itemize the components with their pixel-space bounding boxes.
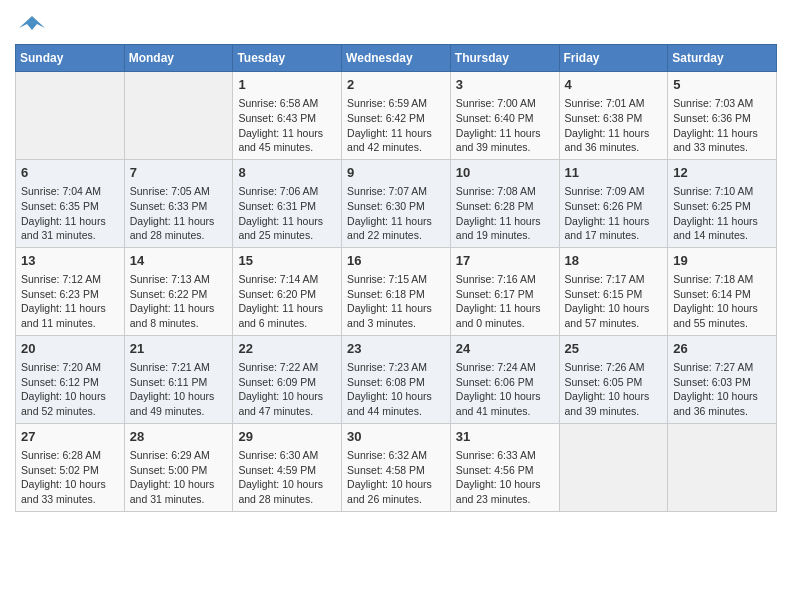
calendar-cell: 20Sunrise: 7:20 AMSunset: 6:12 PMDayligh… [16,335,125,423]
logo-bird-icon [17,14,47,32]
calendar-cell: 12Sunrise: 7:10 AMSunset: 6:25 PMDayligh… [668,159,777,247]
logo [15,14,47,36]
day-info: Sunrise: 7:12 AMSunset: 6:23 PMDaylight:… [21,272,119,331]
week-row-4: 27Sunrise: 6:28 AMSunset: 5:02 PMDayligh… [16,423,777,511]
calendar-cell: 7Sunrise: 7:05 AMSunset: 6:33 PMDaylight… [124,159,233,247]
calendar-cell: 18Sunrise: 7:17 AMSunset: 6:15 PMDayligh… [559,247,668,335]
day-number: 22 [238,340,336,358]
calendar-cell [559,423,668,511]
day-info: Sunrise: 7:24 AMSunset: 6:06 PMDaylight:… [456,360,554,419]
calendar-cell: 26Sunrise: 7:27 AMSunset: 6:03 PMDayligh… [668,335,777,423]
day-info: Sunrise: 7:09 AMSunset: 6:26 PMDaylight:… [565,184,663,243]
day-number: 28 [130,428,228,446]
day-info: Sunrise: 6:28 AMSunset: 5:02 PMDaylight:… [21,448,119,507]
header-row: SundayMondayTuesdayWednesdayThursdayFrid… [16,45,777,72]
day-info: Sunrise: 7:21 AMSunset: 6:11 PMDaylight:… [130,360,228,419]
calendar-table: SundayMondayTuesdayWednesdayThursdayFrid… [15,44,777,512]
day-number: 25 [565,340,663,358]
header [15,10,777,36]
calendar-cell: 14Sunrise: 7:13 AMSunset: 6:22 PMDayligh… [124,247,233,335]
day-info: Sunrise: 7:04 AMSunset: 6:35 PMDaylight:… [21,184,119,243]
calendar-cell: 9Sunrise: 7:07 AMSunset: 6:30 PMDaylight… [342,159,451,247]
calendar-cell: 31Sunrise: 6:33 AMSunset: 4:56 PMDayligh… [450,423,559,511]
calendar-cell: 22Sunrise: 7:22 AMSunset: 6:09 PMDayligh… [233,335,342,423]
day-number: 18 [565,252,663,270]
calendar-cell [124,72,233,160]
day-number: 29 [238,428,336,446]
day-number: 5 [673,76,771,94]
calendar-cell: 28Sunrise: 6:29 AMSunset: 5:00 PMDayligh… [124,423,233,511]
calendar-cell: 30Sunrise: 6:32 AMSunset: 4:58 PMDayligh… [342,423,451,511]
day-info: Sunrise: 7:07 AMSunset: 6:30 PMDaylight:… [347,184,445,243]
day-info: Sunrise: 7:08 AMSunset: 6:28 PMDaylight:… [456,184,554,243]
day-info: Sunrise: 7:01 AMSunset: 6:38 PMDaylight:… [565,96,663,155]
day-info: Sunrise: 6:30 AMSunset: 4:59 PMDaylight:… [238,448,336,507]
day-number: 31 [456,428,554,446]
day-number: 12 [673,164,771,182]
day-number: 26 [673,340,771,358]
calendar-cell: 29Sunrise: 6:30 AMSunset: 4:59 PMDayligh… [233,423,342,511]
header-saturday: Saturday [668,45,777,72]
header-wednesday: Wednesday [342,45,451,72]
day-info: Sunrise: 6:29 AMSunset: 5:00 PMDaylight:… [130,448,228,507]
day-number: 17 [456,252,554,270]
calendar-cell: 23Sunrise: 7:23 AMSunset: 6:08 PMDayligh… [342,335,451,423]
calendar-cell: 25Sunrise: 7:26 AMSunset: 6:05 PMDayligh… [559,335,668,423]
day-info: Sunrise: 7:15 AMSunset: 6:18 PMDaylight:… [347,272,445,331]
day-number: 19 [673,252,771,270]
day-info: Sunrise: 7:00 AMSunset: 6:40 PMDaylight:… [456,96,554,155]
svg-marker-0 [19,16,45,30]
calendar-cell: 21Sunrise: 7:21 AMSunset: 6:11 PMDayligh… [124,335,233,423]
header-monday: Monday [124,45,233,72]
calendar-cell: 8Sunrise: 7:06 AMSunset: 6:31 PMDaylight… [233,159,342,247]
day-number: 14 [130,252,228,270]
calendar-cell: 24Sunrise: 7:24 AMSunset: 6:06 PMDayligh… [450,335,559,423]
day-info: Sunrise: 7:14 AMSunset: 6:20 PMDaylight:… [238,272,336,331]
calendar-cell: 27Sunrise: 6:28 AMSunset: 5:02 PMDayligh… [16,423,125,511]
week-row-3: 20Sunrise: 7:20 AMSunset: 6:12 PMDayligh… [16,335,777,423]
calendar-cell: 16Sunrise: 7:15 AMSunset: 6:18 PMDayligh… [342,247,451,335]
day-info: Sunrise: 7:27 AMSunset: 6:03 PMDaylight:… [673,360,771,419]
day-info: Sunrise: 7:18 AMSunset: 6:14 PMDaylight:… [673,272,771,331]
day-number: 7 [130,164,228,182]
calendar-cell: 10Sunrise: 7:08 AMSunset: 6:28 PMDayligh… [450,159,559,247]
day-info: Sunrise: 7:06 AMSunset: 6:31 PMDaylight:… [238,184,336,243]
calendar-cell: 11Sunrise: 7:09 AMSunset: 6:26 PMDayligh… [559,159,668,247]
day-info: Sunrise: 7:03 AMSunset: 6:36 PMDaylight:… [673,96,771,155]
calendar-cell: 19Sunrise: 7:18 AMSunset: 6:14 PMDayligh… [668,247,777,335]
day-info: Sunrise: 7:10 AMSunset: 6:25 PMDaylight:… [673,184,771,243]
day-number: 8 [238,164,336,182]
day-info: Sunrise: 7:26 AMSunset: 6:05 PMDaylight:… [565,360,663,419]
calendar-cell: 2Sunrise: 6:59 AMSunset: 6:42 PMDaylight… [342,72,451,160]
day-info: Sunrise: 7:13 AMSunset: 6:22 PMDaylight:… [130,272,228,331]
day-number: 3 [456,76,554,94]
calendar-cell: 1Sunrise: 6:58 AMSunset: 6:43 PMDaylight… [233,72,342,160]
day-number: 2 [347,76,445,94]
week-row-2: 13Sunrise: 7:12 AMSunset: 6:23 PMDayligh… [16,247,777,335]
day-number: 30 [347,428,445,446]
calendar-cell [668,423,777,511]
day-number: 10 [456,164,554,182]
day-number: 13 [21,252,119,270]
header-tuesday: Tuesday [233,45,342,72]
header-friday: Friday [559,45,668,72]
day-number: 16 [347,252,445,270]
week-row-0: 1Sunrise: 6:58 AMSunset: 6:43 PMDaylight… [16,72,777,160]
day-number: 4 [565,76,663,94]
day-number: 11 [565,164,663,182]
day-number: 15 [238,252,336,270]
day-info: Sunrise: 6:59 AMSunset: 6:42 PMDaylight:… [347,96,445,155]
calendar-cell: 17Sunrise: 7:16 AMSunset: 6:17 PMDayligh… [450,247,559,335]
calendar-cell: 5Sunrise: 7:03 AMSunset: 6:36 PMDaylight… [668,72,777,160]
header-thursday: Thursday [450,45,559,72]
day-info: Sunrise: 7:05 AMSunset: 6:33 PMDaylight:… [130,184,228,243]
calendar-cell: 15Sunrise: 7:14 AMSunset: 6:20 PMDayligh… [233,247,342,335]
day-info: Sunrise: 7:17 AMSunset: 6:15 PMDaylight:… [565,272,663,331]
day-number: 27 [21,428,119,446]
calendar-body: 1Sunrise: 6:58 AMSunset: 6:43 PMDaylight… [16,72,777,512]
day-info: Sunrise: 6:32 AMSunset: 4:58 PMDaylight:… [347,448,445,507]
week-row-1: 6Sunrise: 7:04 AMSunset: 6:35 PMDaylight… [16,159,777,247]
day-number: 9 [347,164,445,182]
day-info: Sunrise: 7:16 AMSunset: 6:17 PMDaylight:… [456,272,554,331]
calendar-cell: 3Sunrise: 7:00 AMSunset: 6:40 PMDaylight… [450,72,559,160]
